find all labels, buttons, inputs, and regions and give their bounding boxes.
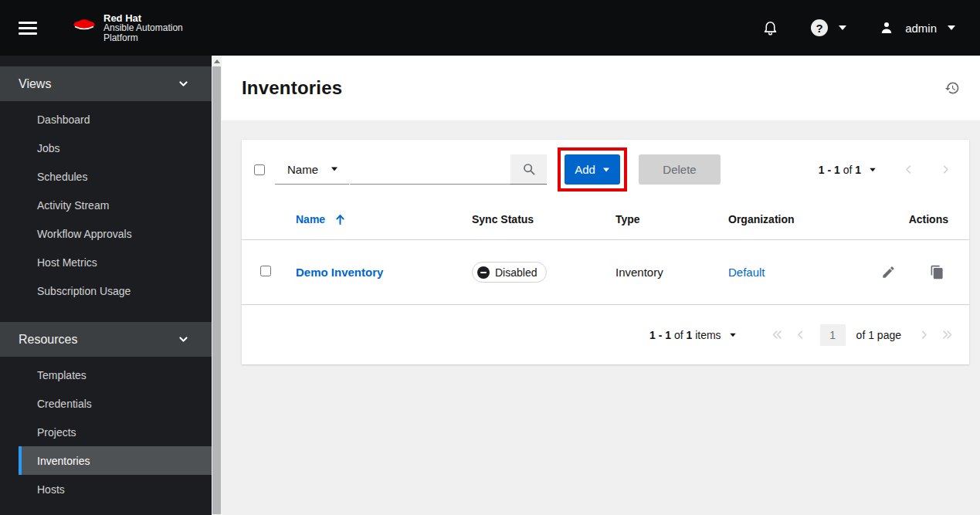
nav-group-views-label: Views — [19, 77, 51, 91]
column-header-name[interactable]: Name — [296, 213, 472, 225]
sort-ascending-arrow-icon — [335, 214, 345, 225]
column-header-organization: Organization — [728, 213, 838, 225]
next-page-button[interactable] — [912, 321, 935, 349]
chevron-down-icon — [331, 168, 337, 171]
double-chevron-left-icon — [771, 329, 784, 341]
chevron-down-icon[interactable] — [870, 168, 876, 171]
top-pagination: 1 - 1 of 1 — [819, 156, 957, 184]
sidebar-item-subscription-usage: Subscription Usage — [19, 276, 212, 305]
row-select-checkbox[interactable] — [260, 266, 271, 276]
redhat-hat-icon — [71, 13, 97, 32]
sidebar-item-credentials: Credentials — [19, 389, 212, 418]
chevron-left-icon — [903, 164, 914, 175]
search-button[interactable] — [510, 154, 547, 185]
next-page-button[interactable] — [934, 156, 957, 184]
table-row: Demo Inventory Disabled Inventory Defaul… — [242, 240, 969, 305]
page-title: Inventories — [242, 77, 342, 99]
sidebar-item-projects: Projects — [19, 418, 212, 446]
user-menu[interactable]: admin — [879, 20, 955, 36]
delete-button[interactable]: Delete — [639, 154, 721, 185]
items-per-page-select[interactable]: 1 - 1 of 1 items — [649, 329, 737, 341]
help-menu[interactable]: ? — [811, 19, 846, 36]
table-header-row: Name Sync Status Type Organization Actio… — [242, 199, 969, 240]
chevron-down-icon — [178, 334, 188, 344]
inventory-type-cell: Inventory — [615, 266, 728, 279]
first-page-button[interactable] — [766, 321, 789, 349]
history-button[interactable] — [944, 80, 960, 96]
last-page-button[interactable] — [935, 321, 958, 349]
chevron-down-icon — [603, 168, 609, 171]
sidebar-nav: Views Dashboard Jobs Schedules Activity … — [0, 56, 212, 515]
page-header: Inventories — [222, 56, 980, 120]
sidebar-item-jobs: Jobs — [19, 134, 212, 162]
vertical-scrollbar[interactable] — [212, 56, 222, 515]
column-header-type: Type — [615, 213, 728, 225]
sidebar-item-inventories: Inventories — [19, 446, 212, 475]
user-name: admin — [905, 22, 937, 35]
chevron-down-icon — [948, 25, 955, 30]
pencil-icon — [881, 265, 896, 280]
nav-group-resources[interactable]: Resources — [0, 322, 212, 357]
organization-link[interactable]: Default — [728, 266, 765, 279]
add-button-annotation-box: Add — [558, 147, 627, 191]
add-button[interactable]: Add — [565, 154, 620, 185]
sidebar-item-host-metrics: Host Metrics — [19, 248, 212, 276]
copy-icon — [930, 265, 944, 280]
sidebar-item-hosts: Hosts — [19, 475, 212, 503]
brand-product-line1: Ansible Automation — [103, 23, 183, 33]
chevron-down-icon — [730, 333, 736, 337]
sidebar-item-schedules: Schedules — [19, 162, 212, 191]
inventory-name-link[interactable]: Demo Inventory — [296, 266, 383, 279]
brand-logo: Red Hat Ansible Automation Platform — [71, 13, 183, 43]
column-header-actions: Actions — [838, 213, 969, 225]
scrollbar-thumb[interactable] — [212, 66, 221, 514]
sidebar-item-dashboard: Dashboard — [19, 105, 212, 134]
question-circle-icon: ? — [811, 19, 828, 36]
nav-toggle-icon[interactable] — [19, 22, 37, 35]
copy-inventory-button[interactable] — [930, 265, 944, 280]
masthead: Red Hat Ansible Automation Platform ? ad… — [0, 0, 980, 56]
nav-group-views[interactable]: Views — [0, 66, 212, 101]
previous-page-button[interactable] — [789, 321, 812, 349]
sidebar-item-activity-stream: Activity Stream — [19, 191, 212, 219]
sidebar-item-templates: Templates — [19, 361, 212, 389]
select-all-checkbox[interactable] — [254, 164, 265, 175]
search-input[interactable] — [350, 154, 510, 185]
filter-type-value: Name — [287, 163, 318, 176]
sync-status-badge[interactable]: Disabled — [472, 262, 547, 283]
inventories-list-card: Name Add Delete — [242, 140, 969, 364]
chevron-right-icon — [940, 164, 951, 175]
brand-product-line2: Platform — [103, 33, 183, 43]
double-chevron-right-icon — [941, 329, 954, 341]
disabled-minus-circle-icon — [477, 266, 490, 279]
user-icon — [879, 20, 894, 36]
chevron-right-icon — [918, 329, 930, 341]
bell-icon — [762, 19, 778, 37]
edit-inventory-button[interactable] — [881, 265, 896, 280]
search-icon — [522, 162, 536, 176]
sidebar-item-workflow-approvals: Workflow Approvals — [19, 219, 212, 248]
bottom-pagination: 1 - 1 of 1 items of 1 page — [242, 305, 969, 364]
chevron-down-icon — [839, 25, 846, 30]
page-count-label: of 1 page — [856, 329, 901, 341]
scrollbar-up-arrow-icon[interactable] — [214, 59, 220, 63]
column-header-sync-status: Sync Status — [472, 213, 615, 225]
history-icon — [944, 80, 960, 96]
chevron-left-icon — [795, 329, 806, 341]
pagination-range[interactable]: 1 - 1 of 1 — [819, 164, 861, 176]
filter-type-select[interactable]: Name — [275, 154, 349, 185]
nav-group-resources-label: Resources — [19, 333, 77, 347]
previous-page-button[interactable] — [897, 156, 920, 184]
chevron-down-icon — [178, 79, 188, 89]
current-page-input[interactable] — [820, 324, 846, 346]
brand-name: Red Hat — [103, 13, 183, 23]
list-toolbar: Name Add Delete — [242, 140, 969, 199]
notifications-button[interactable] — [762, 19, 778, 37]
